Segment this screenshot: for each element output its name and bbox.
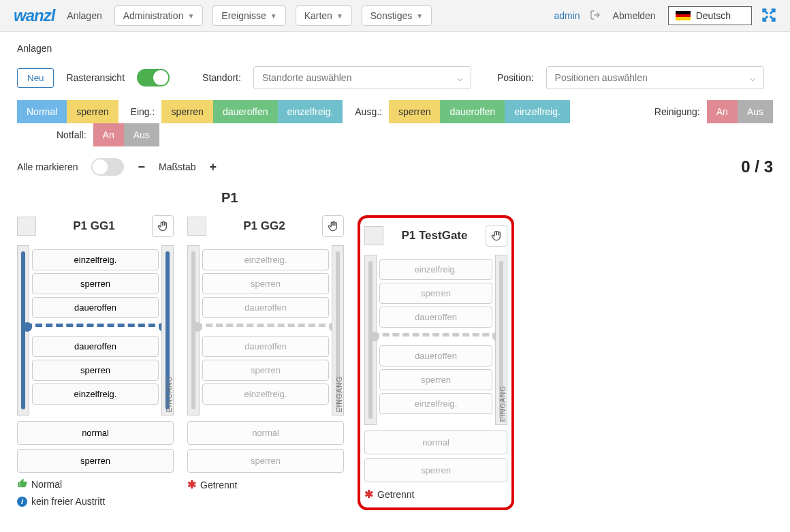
gate-title: P1 TestGate — [390, 229, 479, 242]
standort-select[interactable]: Standorte auswählen ⌵ — [253, 66, 471, 89]
chevron-down-icon: ▼ — [336, 12, 343, 20]
scale-plus-button[interactable]: + — [209, 160, 217, 174]
gate-title: P1 GG2 — [213, 219, 315, 233]
nav-administration-dropdown[interactable]: Administration ▼ — [114, 5, 204, 26]
gate-daueroffen-top-button[interactable]: daueroffen — [202, 297, 329, 318]
gate-status-text: Normal — [31, 479, 62, 490]
gate-select-checkbox[interactable] — [364, 226, 383, 245]
gate-einzelfreig-top-button[interactable]: einzelfreig. — [379, 259, 492, 280]
gate-card: P1 GG1 einzelfreig. sperren daueroffen d… — [17, 215, 174, 507]
filter-ausg-sperren-button[interactable]: sperren — [389, 100, 440, 123]
gate-daueroffen-bottom-button[interactable]: daueroffen — [32, 336, 159, 357]
count-display: 0 / 3 — [741, 157, 773, 176]
gate-status-text: Getrennt — [377, 489, 414, 500]
gate-daueroffen-bottom-button[interactable]: daueroffen — [379, 345, 492, 366]
chevron-down-icon: ▼ — [416, 12, 423, 20]
chevron-down-icon: ⌵ — [750, 72, 755, 83]
scale-minus-button[interactable]: − — [138, 160, 145, 174]
chevron-down-icon: ▼ — [187, 12, 194, 20]
nav-administration-label: Administration — [123, 10, 184, 21]
gate-einzelfreig-bottom-button[interactable]: einzelfreig. — [379, 393, 492, 414]
gate-sperren-bottom-button[interactable]: sperren — [32, 360, 159, 381]
filter-eing-daueroffen-button[interactable]: daueroffen — [213, 100, 278, 123]
standort-placeholder: Standorte auswählen — [262, 72, 352, 83]
filter-reinigung-label: Reinigung: — [642, 106, 707, 117]
gate-select-checkbox[interactable] — [187, 217, 206, 236]
gate-sperren-bottom-button[interactable]: sperren — [379, 369, 492, 390]
filter-ausg-daueroffen-button[interactable]: daueroffen — [440, 100, 505, 123]
chevron-down-icon: ⌵ — [457, 72, 462, 83]
gate-select-checkbox[interactable] — [17, 217, 36, 236]
logout-icon[interactable] — [590, 10, 601, 22]
disconnect-icon: ✱ — [364, 488, 373, 501]
gate-foot-sperren-button[interactable]: sperren — [364, 458, 507, 482]
gate-sperren-top-button[interactable]: sperren — [379, 283, 492, 304]
gate-status-line: ✱Getrennt — [187, 478, 344, 491]
gate-side-right: EINGANG — [495, 255, 507, 425]
gate-normal-button[interactable]: normal — [17, 421, 174, 445]
gate-normal-button[interactable]: normal — [364, 431, 507, 454]
chevron-down-icon: ▼ — [270, 12, 277, 20]
scale-label: Maßstab — [159, 161, 195, 172]
filter-notfall-an-button[interactable]: An — [93, 123, 124, 146]
user-link[interactable]: admin — [554, 10, 580, 21]
filter-eing-einzelfreig-button[interactable]: einzelfreig. — [278, 100, 343, 123]
filter-sperren-button[interactable]: sperren — [67, 100, 118, 123]
gate-manual-button[interactable] — [486, 225, 507, 247]
gate-daueroffen-top-button[interactable]: daueroffen — [379, 307, 492, 328]
gate-einzelfreig-bottom-button[interactable]: einzelfreig. — [32, 384, 159, 405]
position-placeholder: Positionen auswählen — [555, 72, 648, 83]
gate-normal-button[interactable]: normal — [187, 421, 344, 445]
filter-notfall-aus-button[interactable]: Aus — [124, 123, 159, 146]
gate-card: P1 GG2 einzelfreig. sperren daueroffen d… — [187, 215, 344, 491]
gate-manual-button[interactable] — [322, 215, 344, 237]
eingang-label: EINGANG — [165, 373, 174, 415]
gate-divider — [32, 321, 159, 333]
gate-divider — [202, 321, 329, 333]
nav-sonstiges-dropdown[interactable]: Sonstiges ▼ — [362, 5, 432, 26]
top-navigation: wanzl Anlagen Administration ▼ Ereigniss… — [0, 0, 790, 32]
gate-einzelfreig-top-button[interactable]: einzelfreig. — [32, 249, 159, 270]
gate-foot-sperren-button[interactable]: sperren — [187, 449, 344, 473]
gate-status-text: Getrennt — [200, 480, 237, 490]
filter-eing-sperren-button[interactable]: sperren — [161, 100, 212, 123]
filter-reinigung-an-button[interactable]: An — [707, 100, 738, 123]
mark-all-toggle[interactable] — [91, 158, 124, 176]
gate-einzelfreig-bottom-button[interactable]: einzelfreig. — [202, 384, 329, 405]
gate-sperren-bottom-button[interactable]: sperren — [202, 360, 329, 381]
logout-link[interactable]: Abmelden — [610, 6, 659, 25]
new-button[interactable]: Neu — [17, 68, 54, 88]
gate-divider — [379, 330, 492, 343]
language-label: Deutsch — [696, 10, 731, 21]
group-title: P1 — [221, 190, 773, 206]
disconnect-icon: ✱ — [187, 478, 196, 491]
filter-notfall-label: Notfall: — [44, 129, 93, 140]
gate-foot-sperren-button[interactable]: sperren — [17, 449, 174, 473]
gate-status-line: ✱Getrennt — [364, 488, 507, 501]
nav-karten-dropdown[interactable]: Karten ▼ — [296, 5, 352, 26]
logo: wanzl — [14, 6, 54, 25]
position-select[interactable]: Positionen auswählen ⌵ — [546, 66, 764, 89]
fullscreen-icon[interactable] — [761, 7, 776, 25]
filter-reinigung-aus-button[interactable]: Aus — [738, 100, 773, 123]
gate-sperren-top-button[interactable]: sperren — [202, 273, 329, 294]
filter-ausg-label: Ausg.: — [343, 106, 389, 117]
nav-ereignisse-dropdown[interactable]: Ereignisse ▼ — [212, 5, 285, 26]
filter-normal-button[interactable]: Normal — [17, 100, 67, 123]
nav-anlagen[interactable]: Anlagen — [64, 6, 104, 25]
nav-sonstiges-label: Sonstiges — [370, 10, 412, 21]
gate-manual-button[interactable] — [152, 215, 174, 237]
gate-einzelfreig-top-button[interactable]: einzelfreig. — [202, 249, 329, 270]
gate-status-text: kein freier Austritt — [31, 496, 105, 507]
page-title: Anlagen — [17, 43, 773, 54]
gate-daueroffen-bottom-button[interactable]: daueroffen — [202, 336, 329, 357]
gate-sperren-top-button[interactable]: sperren — [32, 273, 159, 294]
filter-ausg-einzelfreig-button[interactable]: einzelfreig. — [505, 100, 570, 123]
standort-label: Standort: — [202, 72, 241, 83]
raster-toggle[interactable] — [137, 69, 170, 87]
gate-side-right: EINGANG — [332, 245, 344, 416]
gate-status-line: i kein freier Austritt — [17, 496, 174, 507]
filter-eing-label: Eing.: — [118, 106, 162, 117]
language-select[interactable]: Deutsch — [668, 6, 752, 25]
gate-daueroffen-top-button[interactable]: daueroffen — [32, 297, 159, 318]
